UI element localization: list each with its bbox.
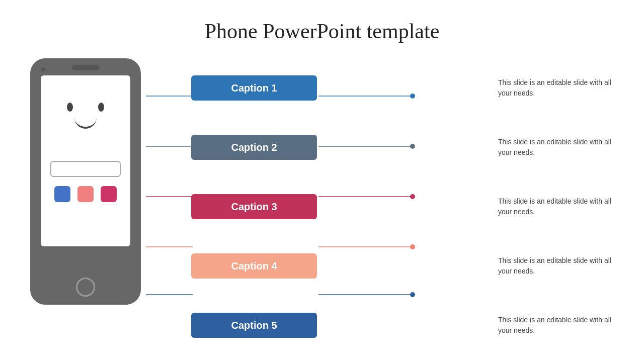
description-5: This slide is an editable slide with all… (498, 315, 614, 336)
captions-area: Caption 1 Caption 2 Caption 3 Caption 4 … (191, 53, 362, 360)
face-eyes (67, 103, 104, 112)
caption-label-2: Caption 2 (231, 142, 277, 153)
caption-box-3: Caption 3 (191, 194, 317, 219)
svg-point-11 (410, 244, 415, 249)
caption-label-5: Caption 5 (231, 320, 277, 331)
phone-top-bar (30, 58, 141, 70)
descriptions-area: This slide is an editable slide with all… (498, 53, 614, 360)
page-title: Phone PowerPoint template (205, 19, 440, 43)
phone-icons-row (54, 186, 117, 202)
description-3: This slide is an editable slide with all… (498, 196, 614, 217)
slide: Phone PowerPoint template (0, 0, 644, 362)
phone-icon-1 (54, 186, 70, 202)
svg-point-8 (410, 194, 415, 199)
phone-search-bar (50, 161, 121, 177)
phone-camera-dot (41, 67, 45, 71)
caption-box-2: Caption 2 (191, 135, 317, 160)
phone-face (41, 75, 130, 156)
phone-speaker (72, 65, 100, 70)
phone-icon-2 (77, 186, 94, 202)
phone-screen (41, 75, 130, 246)
phone-icon-3 (101, 186, 117, 202)
phone-home-button (76, 278, 95, 297)
face-left-eye (67, 103, 73, 112)
caption-label-4: Caption 4 (231, 260, 277, 272)
caption-box-5: Caption 5 (191, 313, 317, 338)
description-4: This slide is an editable slide with all… (498, 255, 614, 277)
svg-point-2 (410, 94, 415, 99)
caption-label-1: Caption 1 (231, 82, 277, 94)
svg-point-14 (410, 292, 415, 297)
description-2: This slide is an editable slide with all… (498, 137, 614, 158)
caption-box-4: Caption 4 (191, 253, 317, 279)
svg-point-5 (410, 144, 415, 149)
content-area: Caption 1 Caption 2 Caption 3 Caption 4 … (0, 53, 644, 360)
face-smile (74, 118, 97, 129)
description-1: This slide is an editable slide with all… (498, 77, 614, 99)
caption-box-1: Caption 1 (191, 75, 317, 101)
caption-label-3: Caption 3 (231, 201, 277, 213)
phone-body (30, 58, 141, 305)
face-right-eye (98, 103, 104, 112)
phone-illustration (30, 58, 146, 320)
